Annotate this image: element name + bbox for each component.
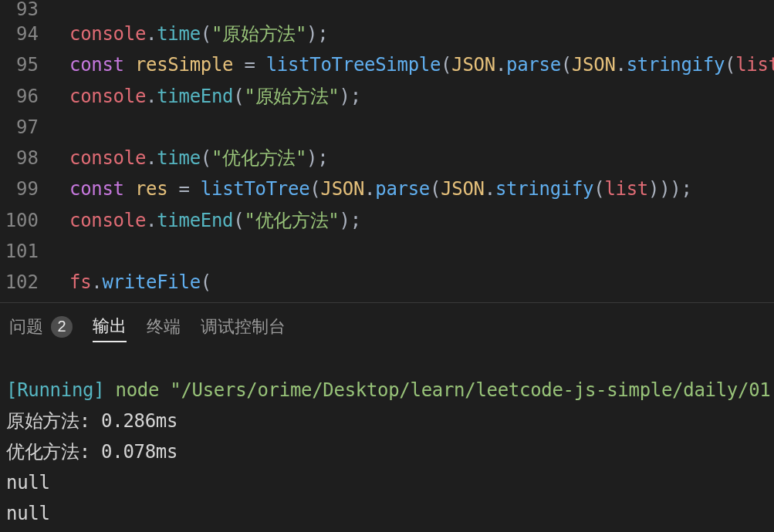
code-token: time xyxy=(157,23,201,45)
tab-debug-console-label: 调试控制台 xyxy=(201,315,286,338)
code-token: . xyxy=(146,210,157,231)
terminal-line: 优化方法: 0.078ms xyxy=(6,436,768,467)
code-token: . xyxy=(364,178,375,200)
code-token: stringify xyxy=(495,178,593,200)
code-line[interactable] xyxy=(69,112,774,143)
line-number: 96 xyxy=(0,81,39,112)
code-line[interactable] xyxy=(69,236,774,267)
code-token: writeFile xyxy=(102,271,200,293)
code-token: . xyxy=(616,54,627,76)
tab-output[interactable]: 输出 xyxy=(93,315,127,342)
code-line[interactable]: fs.writeFile( xyxy=(69,267,774,298)
line-number: 95 xyxy=(0,49,39,80)
code-token xyxy=(233,54,244,76)
code-token: fs xyxy=(69,271,91,293)
code-token: res xyxy=(135,178,167,200)
code-token: ( xyxy=(725,54,735,76)
code-content[interactable]: console.time("原始方法");const resSimple = l… xyxy=(48,0,774,302)
code-token: ( xyxy=(561,54,572,76)
code-token: list xyxy=(735,54,774,76)
terminal-line-running: [Running] node "/Users/orime/Desktop/lea… xyxy=(6,375,768,406)
code-token xyxy=(124,178,135,200)
code-token: ( xyxy=(201,23,211,45)
terminal-line: null xyxy=(6,498,768,529)
code-token: listToTreeSimple xyxy=(266,54,441,76)
code-token: stringify xyxy=(627,54,725,76)
code-token: = xyxy=(179,178,190,200)
code-token: . xyxy=(485,178,495,200)
code-token: . xyxy=(146,23,157,45)
code-token xyxy=(124,54,135,76)
code-token: JSON xyxy=(572,54,616,76)
code-token: timeEnd xyxy=(157,86,233,107)
terminal-line: 原始方法: 0.286ms xyxy=(6,406,768,436)
running-tag: [Running] xyxy=(6,379,104,401)
line-number: 94 xyxy=(0,19,39,49)
code-token: "优化方法" xyxy=(244,210,339,231)
code-token: listToTree xyxy=(201,178,310,200)
tab-terminal-label: 终端 xyxy=(147,315,181,338)
code-editor[interactable]: 93949596979899100101102 console.time("原始… xyxy=(0,0,774,302)
line-number: 98 xyxy=(0,143,39,173)
line-number: 102 xyxy=(0,267,39,298)
code-token: ( xyxy=(430,178,441,200)
code-token: ( xyxy=(233,210,244,231)
line-number-gutter: 93949596979899100101102 xyxy=(0,0,48,302)
code-line[interactable]: const res = listToTree(JSON.parse(JSON.s… xyxy=(69,173,774,204)
code-token: time xyxy=(157,147,201,169)
code-token xyxy=(167,178,178,200)
code-token: . xyxy=(146,147,157,169)
tab-problems[interactable]: 问题 2 xyxy=(9,315,73,342)
code-token: ( xyxy=(309,178,320,200)
code-token: . xyxy=(146,86,157,107)
line-number: 97 xyxy=(0,112,39,143)
line-number: 93 xyxy=(0,0,39,19)
code-token: . xyxy=(91,271,102,293)
code-token: list xyxy=(604,178,648,200)
code-token: = xyxy=(244,54,255,76)
line-number: 100 xyxy=(0,205,39,236)
code-line[interactable]: console.timeEnd("优化方法"); xyxy=(69,205,774,236)
code-token: console xyxy=(69,86,146,107)
problems-count-badge: 2 xyxy=(51,316,73,338)
code-token: "优化方法" xyxy=(211,147,306,169)
line-number: 101 xyxy=(0,236,39,267)
code-token: parse xyxy=(506,54,561,76)
code-token: "原始方法" xyxy=(211,23,306,45)
code-token xyxy=(190,178,201,200)
code-token: JSON xyxy=(320,178,364,200)
code-line[interactable]: const resSimple = listToTreeSimple(JSON.… xyxy=(69,49,774,80)
code-line[interactable] xyxy=(69,0,774,19)
code-token: JSON xyxy=(441,178,485,200)
tab-problems-label: 问题 xyxy=(9,315,43,338)
code-token: ( xyxy=(201,271,211,293)
code-line[interactable]: console.time("优化方法"); xyxy=(69,143,774,173)
panel-tab-bar: 问题 2 输出 终端 调试控制台 xyxy=(0,302,774,352)
terminal-line: null xyxy=(6,467,768,498)
code-token: timeEnd xyxy=(157,210,233,231)
code-token: ( xyxy=(593,178,604,200)
code-token xyxy=(255,54,266,76)
code-token: ))); xyxy=(648,178,692,200)
running-command: node "/Users/orime/Desktop/learn/leetcod… xyxy=(104,379,774,401)
tab-terminal[interactable]: 终端 xyxy=(147,315,181,342)
tab-debug-console[interactable]: 调试控制台 xyxy=(201,315,286,342)
code-token: ); xyxy=(306,147,328,169)
output-panel[interactable]: [Running] node "/Users/orime/Desktop/lea… xyxy=(0,352,774,532)
line-number: 99 xyxy=(0,173,39,204)
code-token: ); xyxy=(306,23,328,45)
code-token: parse xyxy=(375,178,430,200)
code-token: resSimple xyxy=(135,54,233,76)
code-token: ( xyxy=(201,147,211,169)
code-token: ); xyxy=(340,86,361,107)
code-line[interactable]: console.time("原始方法"); xyxy=(69,19,774,49)
code-token: ( xyxy=(441,54,451,76)
code-token: console xyxy=(69,23,146,45)
code-token: console xyxy=(69,147,146,169)
code-token: const xyxy=(69,54,124,76)
code-token: "原始方法" xyxy=(244,86,339,107)
code-line[interactable]: console.timeEnd("原始方法"); xyxy=(69,81,774,112)
code-token: console xyxy=(69,210,146,231)
tab-output-label: 输出 xyxy=(93,315,127,338)
code-token: JSON xyxy=(451,54,495,76)
